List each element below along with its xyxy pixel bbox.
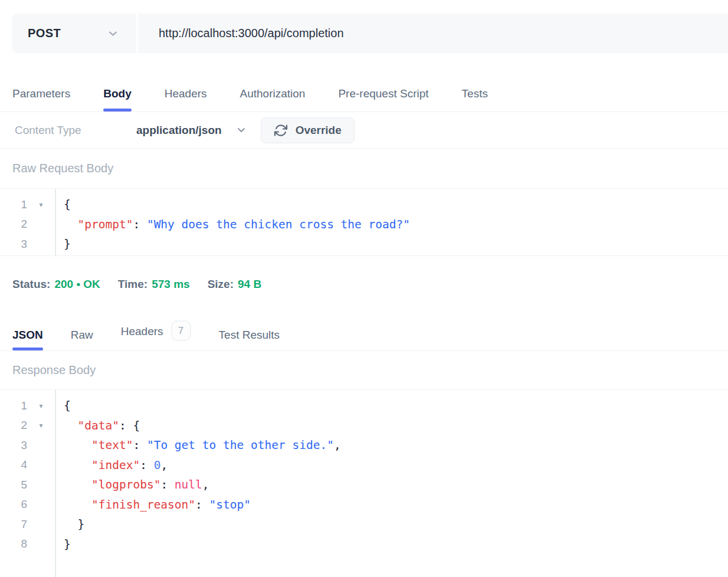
- code-text: }: [55, 537, 71, 551]
- code-text: {: [55, 198, 71, 211]
- editor-line: 2 "prompt": "Why does the chicken cross …: [0, 215, 728, 235]
- editor-line: 3}: [0, 234, 728, 254]
- active-tab-underline: [103, 109, 132, 112]
- tab-label: Headers: [121, 325, 163, 338]
- editor-line: 1▾{: [0, 195, 728, 215]
- code-text: }: [55, 517, 84, 531]
- tab-label: Tests: [462, 87, 488, 100]
- line-number: 6: [0, 498, 27, 511]
- tab-label: Pre-request Script: [338, 87, 428, 100]
- tab-tests[interactable]: Tests: [462, 87, 488, 112]
- status-item-label: Time:: [118, 278, 147, 291]
- tab-parameters[interactable]: Parameters: [12, 87, 70, 112]
- code-text: {: [55, 399, 71, 412]
- response-body-row: Response Body: [0, 351, 728, 390]
- tab-label: Raw: [71, 329, 93, 342]
- editor-line: 4 "index": 0,: [0, 455, 728, 476]
- tab-label: JSON: [12, 329, 43, 342]
- code-text: "logprobs": null,: [55, 478, 209, 491]
- tab-label: Body: [103, 87, 132, 100]
- chevron-down-icon: [237, 127, 245, 133]
- editor-line: 2▾ "data": {: [0, 416, 728, 436]
- tab-label: Authorization: [240, 87, 306, 100]
- code-text: "text": "To get to the other side.",: [55, 438, 341, 452]
- content-type-label: Content Type: [15, 124, 136, 137]
- line-number: 8: [0, 537, 27, 550]
- line-number: 7: [0, 518, 27, 531]
- content-type-row: Content Type application/json Override: [0, 112, 728, 149]
- method-select[interactable]: POST: [12, 14, 136, 53]
- line-number: 2: [0, 218, 27, 231]
- line-number: 1: [0, 198, 27, 211]
- request-tabs: ParametersBodyHeadersAuthorizationPre-re…: [0, 53, 728, 112]
- chevron-down-icon: [109, 31, 117, 37]
- override-label: Override: [296, 124, 342, 137]
- tab-label: Headers: [165, 87, 207, 100]
- code-text: "index": 0,: [55, 458, 168, 472]
- line-number: 5: [0, 478, 27, 491]
- editor-line: 1▾{: [0, 396, 728, 416]
- status-item: Status:200 • OK: [12, 278, 100, 291]
- line-number: 1: [0, 399, 27, 412]
- status-item: Time:573 ms: [118, 278, 190, 291]
- status-item-label: Size:: [208, 278, 234, 291]
- editor-line: 5 "logprobs": null,: [0, 475, 728, 495]
- tab-authorization[interactable]: Authorization: [240, 87, 306, 112]
- url-input[interactable]: http://localhost:3000/api/completion: [138, 14, 728, 53]
- tab-label: Test Results: [219, 329, 280, 342]
- tab-json[interactable]: JSON: [12, 329, 43, 350]
- fold-arrow-icon[interactable]: ▾: [27, 421, 55, 430]
- fold-arrow-icon[interactable]: ▾: [27, 402, 55, 410]
- status-item-value: 573 ms: [152, 278, 189, 291]
- tab-test-results[interactable]: Test Results: [219, 329, 280, 350]
- raw-request-body-row: Raw Request Body: [0, 149, 728, 189]
- editor-line: 8}: [0, 535, 728, 555]
- raw-request-body-label: Raw Request Body: [12, 162, 113, 175]
- tab-pre-request-script[interactable]: Pre-request Script: [338, 87, 428, 112]
- code-text: "data": {: [55, 419, 140, 432]
- top-spacer: [0, 0, 728, 14]
- tab-headers[interactable]: Headers: [165, 87, 207, 112]
- response-tabs: JSONRawHeaders7Test Results: [0, 313, 728, 351]
- url-text: http://localhost:3000/api/completion: [159, 27, 344, 40]
- status-item-value: 94 B: [238, 278, 261, 291]
- refresh-icon: [274, 123, 288, 137]
- response-status-row: Status:200 • OKTime:573 msSize:94 B: [0, 256, 728, 313]
- request-url-bar: POST http://localhost:3000/api/completio…: [12, 14, 728, 53]
- code-text: "finish_reason": "stop": [55, 498, 251, 512]
- content-type-value: application/json: [136, 124, 222, 137]
- method-label: POST: [28, 27, 61, 40]
- override-button[interactable]: Override: [261, 117, 355, 143]
- response-body-label: Response Body: [12, 363, 96, 377]
- tab-body[interactable]: Body: [103, 87, 132, 112]
- editor-line: 6 "finish_reason": "stop": [0, 495, 728, 515]
- status-item-value: 200 • OK: [54, 278, 100, 291]
- code-text: }: [55, 237, 71, 251]
- status-item-label: Status:: [12, 278, 50, 291]
- line-number: 2: [0, 419, 27, 432]
- line-number: 3: [0, 238, 27, 251]
- fold-arrow-icon[interactable]: ▾: [27, 201, 55, 209]
- status-item: Size:94 B: [208, 278, 262, 291]
- request-body-editor[interactable]: 1▾{2 "prompt": "Why does the chicken cro…: [0, 189, 728, 256]
- tab-label: Parameters: [12, 87, 70, 100]
- content-type-select[interactable]: application/json: [136, 124, 245, 137]
- response-body-editor[interactable]: 1▾{2▾ "data": {3 "text": "To get to the …: [0, 390, 728, 577]
- editor-line: 7 }: [0, 514, 728, 535]
- code-text: "prompt": "Why does the chicken cross th…: [55, 218, 410, 231]
- line-number: 3: [0, 439, 27, 452]
- tab-count-badge: 7: [171, 320, 191, 341]
- tab-headers[interactable]: Headers7: [121, 321, 191, 350]
- editor-line: 3 "text": "To get to the other side.",: [0, 435, 728, 455]
- line-number: 4: [0, 458, 27, 471]
- tab-raw[interactable]: Raw: [71, 329, 93, 350]
- active-tab-underline: [12, 347, 43, 350]
